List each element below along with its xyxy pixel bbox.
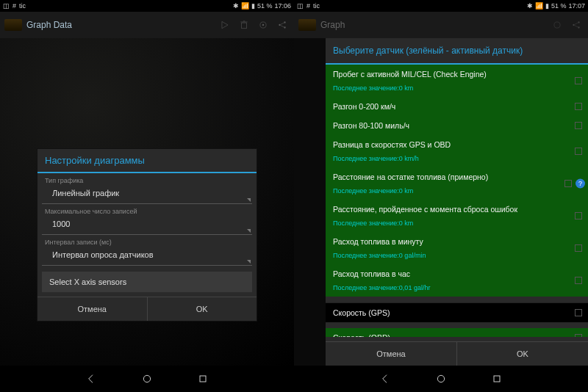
dialog-buttons: Отмена OK (326, 341, 588, 366)
sensor-name: Скорость (OBD) (333, 333, 581, 337)
help-icon[interactable]: ? (576, 179, 585, 189)
battery-pct: 51 % (551, 2, 567, 10)
max-records-label: Максимальное число записей (37, 204, 257, 217)
checkbox[interactable] (575, 148, 582, 155)
content-area: Настройки диаграммы Тип графика Линейный… (0, 38, 294, 366)
svg-point-10 (578, 26, 579, 28)
content-area: Выберите датчик (зелёный - активный датч… (294, 38, 588, 366)
chart-type-label: Тип графика (37, 173, 257, 186)
sensor-last-value: Последнее значение:0 km (333, 219, 581, 227)
sim-icon: # (306, 2, 310, 10)
home-icon[interactable] (435, 373, 447, 385)
svg-rect-6 (200, 376, 206, 382)
wifi-icon: ◫ (3, 2, 10, 10)
checkbox[interactable] (575, 212, 582, 219)
clock: 17:07 (568, 2, 585, 10)
sensor-row[interactable]: Расход топлива в минутуПоследнее значени… (326, 232, 588, 264)
max-records-select[interactable]: 1000 (42, 217, 252, 235)
sensor-row[interactable]: Расход топлива в часПоследнее значение:0… (326, 264, 588, 297)
svg-rect-12 (494, 376, 500, 382)
dialog-title: Настройки диаграммы (37, 149, 257, 173)
svg-point-1 (262, 24, 264, 26)
cancel-button[interactable]: Отмена (326, 342, 456, 366)
recent-icon[interactable] (197, 373, 209, 385)
target-icon[interactable] (256, 18, 270, 32)
sensor-name: Разница в скоростях GPS и OBD (333, 140, 581, 149)
sensor-name: Скорость (GPS) (333, 308, 581, 317)
sensor-last-value: Последнее значение:0 km (333, 187, 581, 195)
sensor-name: Расход топлива в минуту (333, 237, 581, 246)
sensor-row[interactable]: Пробег с активной MIL/CEL (Check Engine)… (326, 65, 588, 97)
status-bar: ◫ # tic ✱ 📶 ▮ 51 % 17:06 (0, 0, 294, 12)
carrier-label: tic (313, 2, 320, 10)
sensor-last-value: Последнее значение:0,01 gal/hr (333, 284, 581, 291)
checkbox[interactable] (575, 277, 582, 284)
battery-pct: 51 % (257, 2, 273, 10)
ok-button[interactable]: OK (456, 342, 588, 366)
checkbox[interactable] (575, 122, 582, 129)
sensor-name: Расстояние на остатке топлива (примерно) (333, 173, 581, 181)
interval-select[interactable]: Интервал опроса датчиков (42, 247, 252, 266)
select-x-sensors-button[interactable]: Select X axis sensors (42, 272, 252, 292)
sensor-row[interactable]: Разгон 80-100 миль/ч (326, 116, 588, 135)
share-icon[interactable] (569, 18, 584, 32)
sensor-select-dialog: Выберите датчик (зелёный - активный датч… (326, 38, 588, 366)
svg-point-5 (143, 375, 150, 382)
dialog-buttons: Отмена OK (37, 297, 257, 321)
sensor-row[interactable]: Разгон 0-200 км/ч (326, 97, 588, 116)
app-logo (4, 19, 22, 31)
trash-icon[interactable] (237, 18, 251, 32)
target-icon[interactable] (550, 18, 564, 32)
interval-label: Интервал записи (мс) (37, 235, 257, 247)
back-icon[interactable] (379, 373, 391, 385)
sensor-name: Расстояние, пройденное с момента сброса … (333, 205, 581, 214)
sensor-last-value: Последнее значение:0 gal/min (333, 252, 581, 259)
bluetooth-icon: ✱ (527, 2, 533, 10)
svg-point-2 (279, 24, 280, 26)
checkbox[interactable] (575, 309, 582, 316)
svg-point-8 (573, 24, 574, 26)
sensor-list[interactable]: Пробег с активной MIL/CEL (Check Engine)… (326, 65, 588, 337)
carrier-label: tic (19, 2, 26, 10)
sensor-name: Пробег с активной MIL/CEL (Check Engine) (333, 70, 581, 79)
bluetooth-icon: ✱ (233, 2, 239, 10)
ok-button[interactable]: OK (147, 297, 257, 321)
cancel-button[interactable]: Отмена (37, 297, 147, 321)
signal-icon: 📶 (535, 2, 543, 10)
wifi-icon: ◫ (297, 2, 304, 10)
right-screen: ◫ # tic ✱ 📶 ▮ 51 % 17:07 Graph Выберите … (294, 0, 588, 392)
checkbox[interactable] (575, 77, 582, 84)
recent-icon[interactable] (491, 373, 503, 385)
share-icon[interactable] (275, 18, 290, 32)
sensor-row[interactable]: Скорость (GPS) (326, 302, 588, 322)
chart-type-select[interactable]: Линейный график (42, 186, 252, 204)
dialog-title: Выберите датчик (зелёный - активный датч… (326, 38, 588, 65)
sensor-row[interactable]: Расстояние на остатке топлива (примерно)… (326, 167, 588, 200)
svg-point-11 (437, 375, 444, 382)
sensor-name: Расход топлива в час (333, 269, 581, 278)
signal-icon: 📶 (241, 2, 249, 10)
svg-point-7 (554, 22, 560, 28)
play-icon[interactable] (218, 18, 232, 32)
sensor-row[interactable]: Разница в скоростях GPS и OBDПоследнее з… (326, 135, 588, 167)
sim-icon: # (12, 2, 16, 10)
svg-point-9 (578, 21, 579, 23)
app-title: Graph Data (26, 20, 213, 30)
status-bar: ◫ # tic ✱ 📶 ▮ 51 % 17:07 (294, 0, 588, 12)
clock: 17:06 (274, 2, 291, 10)
home-icon[interactable] (141, 373, 153, 385)
app-bar: Graph (294, 12, 588, 38)
nav-bar (294, 366, 588, 392)
svg-point-3 (284, 21, 285, 23)
sensor-row[interactable]: Скорость (OBD) (326, 328, 588, 337)
checkbox[interactable] (575, 103, 582, 110)
sensor-last-value: Последнее значение:0 km (333, 84, 581, 92)
app-title: Graph (320, 20, 545, 30)
sensor-row[interactable]: Расстояние, пройденное с момента сброса … (326, 200, 588, 232)
checkbox[interactable] (564, 180, 572, 187)
battery-icon: ▮ (251, 2, 255, 10)
checkbox[interactable] (575, 244, 582, 252)
checkbox[interactable] (575, 334, 582, 337)
back-icon[interactable] (85, 373, 97, 385)
sensor-name: Разгон 80-100 миль/ч (333, 121, 581, 130)
